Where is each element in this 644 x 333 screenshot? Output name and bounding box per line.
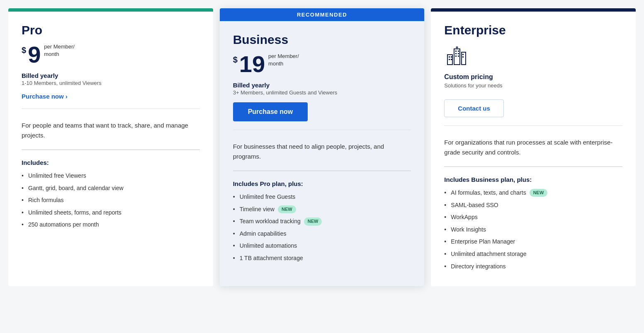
business-billing-sub: 3+ Members, unlimited Guests and Viewers: [233, 89, 411, 96]
feature-text: Rich formulas: [28, 197, 64, 203]
enterprise-pricing-label: Custom pricing: [444, 73, 622, 81]
list-item: Enterprise Plan Manager: [444, 238, 622, 246]
feature-text: Unlimited attachment storage: [451, 251, 526, 257]
list-item: AI formulas, texts, and charts NEW: [444, 189, 622, 197]
pro-includes-title: Includes:: [22, 159, 200, 166]
feature-row: AI formulas, texts, and charts NEW: [451, 189, 622, 197]
list-item: Directory integrations: [444, 263, 622, 271]
business-includes-divider: [233, 171, 411, 171]
enterprise-top-bar: [431, 8, 636, 12]
feature-text: 250 automations per month: [28, 221, 99, 228]
pro-card-header: Pro $ 9 per Member/ month Billed yearly …: [8, 12, 213, 109]
feature-text: AI formulas, texts, and charts: [451, 189, 526, 197]
pro-price-per: per Member/: [44, 43, 75, 51]
list-item: Team workload tracking NEW: [233, 217, 411, 226]
enterprise-includes-divider: [444, 166, 622, 167]
feature-row: Team workload tracking NEW: [240, 217, 411, 226]
pro-includes-divider: [22, 150, 200, 150]
list-item: WorkApps: [444, 213, 622, 222]
list-item: Unlimited free Guests: [233, 193, 411, 201]
business-price-meta: per Member/ month: [268, 53, 299, 68]
list-item: SAML-based SSO: [444, 201, 622, 210]
list-item: Timeline view NEW: [233, 205, 411, 214]
pro-description: For people and teams that want to track,…: [22, 121, 200, 140]
recommended-banner: RECOMMENDED: [220, 8, 425, 21]
svg-rect-14: [462, 56, 464, 58]
list-item: Unlimited free Viewers: [22, 172, 200, 180]
feature-text: Enterprise Plan Manager: [451, 238, 515, 245]
list-item: Gantt, grid, board, and calendar view: [22, 184, 200, 193]
list-item: 1 TB attachment storage: [233, 254, 411, 263]
svg-rect-6: [451, 59, 452, 60]
list-item: Rich formulas: [22, 196, 200, 205]
svg-rect-8: [458, 51, 459, 52]
svg-rect-11: [455, 56, 457, 57]
pro-billing-info: Billed yearly 1-10 Members, unlimited Vi…: [22, 72, 200, 86]
pro-cta-label: Purchase now: [22, 93, 64, 100]
business-billing-label: Billed yearly: [233, 82, 411, 89]
enterprise-building-icon: [444, 43, 622, 68]
new-badge: NEW: [304, 217, 322, 225]
feature-text: Gantt, grid, board, and calendar view: [28, 185, 124, 191]
list-item: Unlimited attachment storage: [444, 250, 622, 258]
list-item: Unlimited automations: [233, 242, 411, 250]
enterprise-feature-list: AI formulas, texts, and charts NEW SAML-…: [444, 189, 622, 270]
feature-text: Timeline view: [240, 205, 275, 214]
svg-rect-7: [455, 51, 457, 52]
business-price-amount: 19: [239, 53, 265, 76]
svg-rect-13: [462, 54, 464, 55]
business-billing-info: Billed yearly 3+ Members, unlimited Gues…: [233, 82, 411, 96]
svg-rect-4: [451, 56, 452, 58]
feature-text: Unlimited sheets, forms, and reports: [28, 209, 122, 216]
business-price-dollar: $: [233, 55, 238, 65]
list-item: Work Insights: [444, 226, 622, 234]
svg-rect-3: [449, 56, 450, 58]
business-price-unit: month: [268, 60, 299, 68]
pro-plan-card: Pro $ 9 per Member/ month Billed yearly …: [8, 8, 213, 286]
pro-plan-name: Pro: [22, 23, 200, 37]
feature-text: Directory integrations: [451, 263, 505, 270]
business-plan-name: Business: [233, 33, 411, 47]
business-feature-list: Unlimited free Guests Timeline view NEW …: [233, 193, 411, 263]
pro-card-body: For people and teams that want to track,…: [8, 109, 213, 286]
enterprise-pricing-sub: Solutions for your needs: [444, 82, 622, 89]
feature-row: Timeline view NEW: [240, 205, 411, 214]
pro-purchase-now-button[interactable]: Purchase now ›: [22, 93, 68, 100]
feature-row: 1 TB attachment storage: [240, 254, 411, 263]
business-card-header: Business $ 19 per Member/ month Billed y…: [220, 21, 425, 130]
pro-price-amount: 9: [28, 43, 41, 66]
feature-row: Unlimited free Guests: [240, 193, 411, 201]
business-price-per: per Member/: [268, 53, 299, 60]
feature-text: WorkApps: [451, 214, 477, 220]
pro-top-bar: [8, 8, 213, 12]
enterprise-plan-card: Enterprise: [431, 8, 636, 286]
list-item: Unlimited sheets, forms, and reports: [22, 209, 200, 217]
svg-rect-10: [458, 53, 459, 54]
pro-price-row: $ 9 per Member/ month: [22, 43, 200, 66]
pro-cta-chevron: ›: [66, 93, 68, 100]
business-price-row: $ 19 per Member/ month: [233, 53, 411, 76]
svg-rect-9: [455, 53, 457, 54]
business-card-body: For businesses that need to align people…: [220, 130, 425, 286]
business-plan-card: RECOMMENDED Business $ 19 per Member/ mo…: [220, 8, 425, 286]
svg-rect-5: [449, 59, 450, 60]
enterprise-includes-title: Includes Business plan, plus:: [444, 176, 622, 183]
pro-feature-list: Unlimited free Viewers Gantt, grid, boar…: [22, 172, 200, 229]
enterprise-plan-name: Enterprise: [444, 23, 622, 37]
business-purchase-now-button[interactable]: Purchase now: [233, 102, 308, 121]
pro-price-dollar: $: [22, 46, 26, 55]
business-includes-title: Includes Pro plan, plus:: [233, 180, 411, 187]
list-item: 250 automations per month: [22, 221, 200, 229]
enterprise-contact-us-button[interactable]: Contact us: [444, 99, 504, 117]
feature-text: Unlimited free Viewers: [28, 172, 86, 179]
list-item: Admin capabilities: [233, 230, 411, 238]
feature-text: Unlimited free Guests: [240, 193, 296, 201]
new-badge: NEW: [530, 189, 548, 197]
svg-rect-12: [458, 56, 459, 57]
feature-text: Team workload tracking: [240, 217, 301, 226]
pro-billing-sub: 1-10 Members, unlimited Viewers: [22, 80, 200, 86]
pro-price-unit: month: [44, 51, 75, 58]
feature-text: Admin capabilities: [240, 230, 287, 238]
pro-billing-label: Billed yearly: [22, 72, 200, 79]
feature-row: Admin capabilities: [240, 230, 411, 238]
